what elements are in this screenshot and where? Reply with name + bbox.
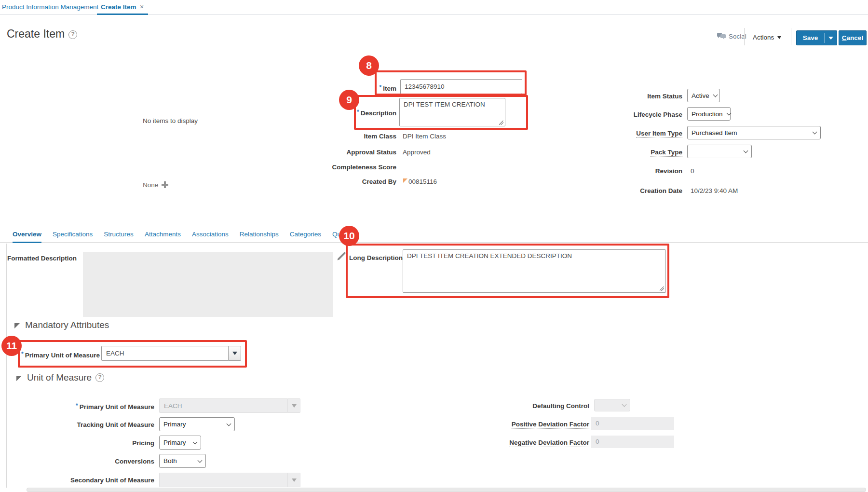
tab-overview[interactable]: Overview bbox=[13, 231, 41, 243]
dropdown-arrow-icon bbox=[232, 352, 237, 355]
item-label: *Item bbox=[276, 84, 396, 92]
resize-handle-icon[interactable] bbox=[660, 287, 664, 291]
tab-categories[interactable]: Categories bbox=[290, 231, 321, 243]
cancel-label-rest: ancel bbox=[847, 34, 864, 41]
mandatory-primary-uom-dropdown-button[interactable] bbox=[229, 346, 241, 361]
tab-specifications[interactable]: Specifications bbox=[53, 231, 93, 243]
annotation-callout-8: 8 bbox=[359, 55, 379, 76]
created-by-label: Created By bbox=[276, 178, 396, 185]
dropdown-arrow-icon bbox=[292, 404, 297, 408]
user-item-type-label: User Item Type bbox=[562, 130, 682, 137]
tab-structures[interactable]: Structures bbox=[104, 231, 134, 243]
description-textarea[interactable]: DPI TEST ITEM CREATION bbox=[399, 98, 505, 126]
tab-attachments[interactable]: Attachments bbox=[145, 231, 181, 243]
uom-primary-label: *Primary Unit of Measure bbox=[10, 402, 154, 410]
actions-menu-button[interactable]: Actions bbox=[753, 34, 781, 41]
collapse-triangle-icon[interactable] bbox=[14, 323, 20, 328]
none-label: None bbox=[143, 181, 158, 189]
mandatory-primary-uom-label: *Primary Unit of Measure bbox=[21, 351, 100, 359]
description-label: *Description bbox=[276, 109, 396, 117]
resize-handle-icon[interactable] bbox=[499, 121, 503, 125]
tracking-uom-select[interactable]: Primary bbox=[159, 417, 235, 431]
defaulting-control-label: Defaulting Control bbox=[445, 402, 589, 410]
help-icon[interactable]: ? bbox=[68, 30, 77, 39]
create-item-page: Product Information Management Create It… bbox=[0, 0, 868, 492]
secondary-uom-label: Secondary Unit of Measure bbox=[10, 477, 154, 484]
chevron-down-icon bbox=[622, 402, 627, 407]
chevron-down-icon bbox=[227, 421, 231, 426]
social-button[interactable]: Social bbox=[717, 33, 746, 40]
lifecycle-phase-select[interactable]: Production bbox=[687, 107, 731, 121]
user-item-type-value: Purchased Item bbox=[692, 129, 737, 137]
lifecycle-phase-label: Lifecycle Phase bbox=[562, 111, 682, 118]
negative-deviation-input: 0 bbox=[591, 436, 674, 448]
tab-quality[interactable]: Quality bbox=[332, 231, 353, 243]
secondary-uom-input bbox=[159, 473, 288, 487]
social-bubbles-icon bbox=[717, 33, 726, 40]
tab-create-item[interactable]: Create Item bbox=[101, 3, 136, 11]
uom-primary-combobox: EACH bbox=[159, 398, 300, 413]
save-dropdown-button[interactable] bbox=[825, 37, 837, 40]
collapse-triangle-icon[interactable] bbox=[16, 376, 22, 381]
item-class-label: Item Class bbox=[276, 133, 396, 140]
edit-pencil-icon[interactable] bbox=[337, 251, 346, 260]
subtab-bar: Overview Specifications Structures Attac… bbox=[13, 231, 353, 243]
conversions-label: Conversions bbox=[10, 458, 154, 465]
created-by-value[interactable]: 00815116 bbox=[408, 178, 437, 185]
help-icon[interactable]: ? bbox=[95, 373, 104, 382]
cancel-button[interactable]: Cancel bbox=[839, 30, 867, 45]
item-status-select[interactable]: Active bbox=[687, 89, 720, 102]
formatted-description-panel[interactable] bbox=[83, 252, 333, 317]
uom-primary-dropdown-button bbox=[288, 398, 300, 413]
page-title-text: Create Item bbox=[7, 27, 65, 40]
page-title: Create Item? bbox=[7, 27, 77, 41]
mandatory-primary-uom-input[interactable]: EACH bbox=[101, 346, 229, 361]
pack-type-label: Pack Type bbox=[562, 149, 682, 156]
add-attachment-icon[interactable] bbox=[162, 181, 168, 188]
tab-associations[interactable]: Associations bbox=[192, 231, 229, 243]
tracking-uom-label: Tracking Unit of Measure bbox=[10, 421, 154, 428]
chevron-down-icon bbox=[713, 93, 718, 97]
panel-splitter[interactable] bbox=[6, 244, 7, 488]
chevron-down-icon bbox=[828, 37, 833, 40]
conversions-select[interactable]: Both bbox=[159, 454, 206, 468]
chevron-down-icon bbox=[777, 36, 781, 39]
header-divider bbox=[744, 28, 745, 45]
chevron-down-icon bbox=[198, 458, 203, 463]
cancel-accesskey: C bbox=[842, 34, 847, 41]
approval-status-label: Approval Status bbox=[276, 149, 396, 156]
defaulting-control-select bbox=[594, 399, 630, 411]
creation-date-label: Creation Date bbox=[562, 187, 682, 194]
actions-label: Actions bbox=[753, 34, 774, 41]
chevron-down-icon bbox=[744, 149, 748, 153]
save-split-button: Save bbox=[796, 30, 837, 45]
secondary-uom-dropdown-button bbox=[288, 473, 300, 487]
tab-product-information-management[interactable]: Product Information Management bbox=[2, 3, 98, 11]
tracking-uom-value: Primary bbox=[163, 421, 186, 428]
required-marker: * bbox=[380, 84, 382, 91]
pricing-value: Primary bbox=[163, 439, 186, 446]
secondary-uom-combobox bbox=[159, 473, 300, 487]
creation-date-value: 10/2/23 9:40 AM bbox=[691, 187, 738, 194]
long-description-label: Long Description bbox=[349, 254, 403, 261]
conversions-value: Both bbox=[163, 457, 177, 465]
user-item-type-select[interactable]: Purchased Item bbox=[687, 126, 821, 139]
lifecycle-phase-value: Production bbox=[692, 110, 723, 118]
pack-type-select[interactable] bbox=[687, 145, 752, 158]
horizontal-scrollbar[interactable] bbox=[27, 488, 866, 492]
item-status-value: Active bbox=[692, 92, 709, 99]
unit-of-measure-title: Unit of Measure? bbox=[27, 372, 104, 383]
pricing-label: Pricing bbox=[10, 439, 154, 447]
chevron-down-icon bbox=[726, 111, 731, 116]
item-input[interactable] bbox=[400, 79, 522, 94]
tab-relationships[interactable]: Relationships bbox=[240, 231, 279, 243]
item-status-label: Item Status bbox=[562, 93, 682, 100]
chevron-down-icon bbox=[193, 439, 198, 444]
close-icon[interactable]: × bbox=[140, 3, 144, 11]
required-marker: * bbox=[357, 109, 359, 115]
window-tab-bar: Product Information Management Create It… bbox=[0, 0, 868, 15]
save-button[interactable]: Save bbox=[797, 34, 824, 41]
long-description-textarea[interactable]: DPI TEST ITEM CREATION EXTENDED DESCRIPT… bbox=[403, 249, 666, 293]
header-divider bbox=[791, 28, 791, 45]
pricing-select[interactable]: Primary bbox=[159, 436, 201, 450]
